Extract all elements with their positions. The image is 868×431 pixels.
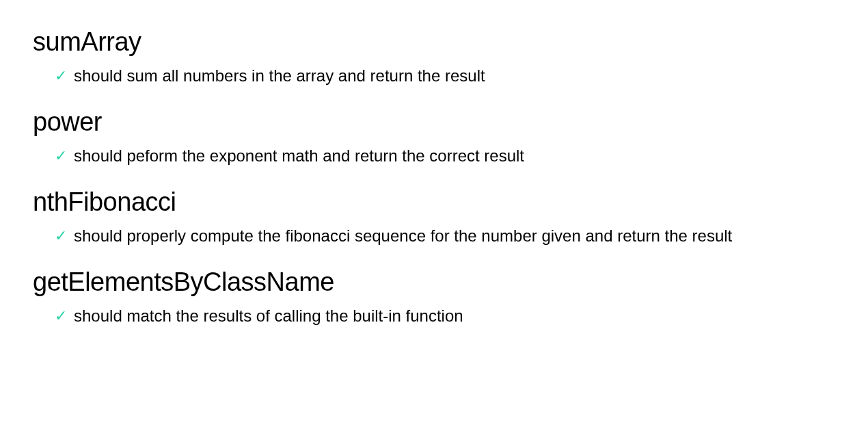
test-suite: getElementsByClassName ✓ should match th… [33,267,835,326]
check-icon: ✓ [55,309,67,324]
test-suite: sumArray ✓ should sum all numbers in the… [33,27,835,86]
test-result-row: ✓ should peform the exponent math and re… [33,146,835,166]
test-description: should sum all numbers in the array and … [74,66,485,86]
test-result-row: ✓ should match the results of calling th… [33,306,835,326]
test-result-row: ✓ should sum all numbers in the array an… [33,66,835,86]
check-icon: ✓ [55,148,67,164]
test-result-row: ✓ should properly compute the fibonacci … [33,226,835,246]
test-description: should match the results of calling the … [74,306,463,326]
check-icon: ✓ [55,228,67,244]
suite-title: power [33,107,835,137]
suite-title: sumArray [33,27,835,57]
test-suite: power ✓ should peform the exponent math … [33,107,835,166]
suite-title: getElementsByClassName [33,267,835,297]
test-description: should peform the exponent math and retu… [74,146,524,166]
suite-title: nthFibonacci [33,187,835,217]
test-description: should properly compute the fibonacci se… [74,226,732,246]
test-suite: nthFibonacci ✓ should properly compute t… [33,187,835,246]
check-icon: ✓ [55,68,67,83]
